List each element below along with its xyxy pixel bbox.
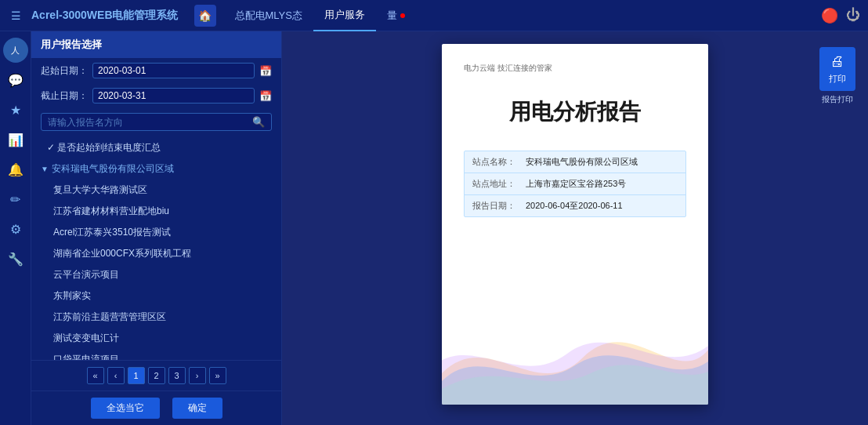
info-row-date-range: 报告日期： 2020-06-04至2020-06-11 bbox=[465, 195, 685, 216]
calendar-end-icon[interactable]: 📅 bbox=[259, 90, 272, 102]
wave-decoration bbox=[442, 311, 708, 405]
nav-logo-icon: ☰ bbox=[8, 8, 24, 24]
list-item-parent[interactable]: ▼ 安科瑞电气股份有限公司区域 bbox=[31, 158, 281, 180]
list-item[interactable]: 江苏省建材材料营业配地biu bbox=[31, 201, 281, 222]
print-button[interactable]: 🖨 打印 bbox=[819, 47, 855, 91]
app-title: Acrel-3000WEB电能管理系统 bbox=[31, 9, 179, 23]
report-info-table: 站点名称： 安科瑞电气股份有限公司区域 站点地址： 上海市嘉定区宝谷路253号 … bbox=[464, 151, 686, 217]
nav-item-user-service[interactable]: 用户服务 bbox=[313, 0, 376, 31]
date-range-label: 报告日期： bbox=[472, 200, 519, 212]
user-avatar[interactable]: 人 bbox=[3, 38, 28, 63]
main-area: 人 💬 ★ 📊 🔔 ✏ ⚙ 🔧 用户报告选择 起始日期： 📅 截止日期： 📅 🔍 bbox=[0, 31, 868, 425]
bell-sidebar-icon[interactable]: 🔔 bbox=[3, 157, 28, 182]
calendar-start-icon[interactable]: 📅 bbox=[259, 65, 272, 77]
print-label: 打印 bbox=[829, 73, 846, 85]
list-item[interactable]: 江苏前沿主题营营管理区区 bbox=[31, 307, 281, 328]
power-icon[interactable]: ⏻ bbox=[846, 7, 860, 24]
end-date-row: 截止日期： 📅 bbox=[31, 83, 281, 108]
start-date-label: 起始日期： bbox=[41, 64, 88, 78]
home-button[interactable]: 🏠 bbox=[194, 5, 216, 27]
address-value: 上海市嘉定区宝谷路253号 bbox=[526, 178, 626, 190]
list-item[interactable]: 复旦大学大华路测试区 bbox=[31, 180, 281, 201]
start-date-input[interactable] bbox=[92, 63, 255, 78]
list-item[interactable]: 云平台演示项目 bbox=[31, 264, 281, 285]
print-panel: 🖨 打印 报告打印 bbox=[819, 47, 855, 105]
search-icon[interactable]: 🔍 bbox=[252, 116, 265, 128]
page-prev-button[interactable]: ‹ bbox=[107, 367, 125, 384]
wrench-icon[interactable]: 🔧 bbox=[3, 246, 28, 271]
star-icon[interactable]: ★ bbox=[3, 97, 28, 122]
printer-icon: 🖨 bbox=[830, 53, 844, 70]
end-date-input[interactable] bbox=[92, 88, 255, 104]
info-row-address: 站点地址： 上海市嘉定区宝谷路253号 bbox=[465, 173, 685, 195]
search-box: 🔍 bbox=[41, 113, 272, 131]
print-sub-label: 报告打印 bbox=[822, 94, 853, 105]
list-item[interactable]: 口袋平电流项目 bbox=[31, 349, 281, 360]
list-item[interactable]: ✓ 是否起始到结束电度汇总 bbox=[31, 137, 281, 158]
page-last-button[interactable]: » bbox=[209, 367, 226, 384]
search-row: 🔍 bbox=[31, 108, 281, 136]
chart-bar-icon[interactable]: 📊 bbox=[3, 127, 28, 152]
page-first-button[interactable]: « bbox=[87, 367, 104, 384]
search-input[interactable] bbox=[48, 117, 249, 128]
sidebar-icons: 人 💬 ★ 📊 🔔 ✏ ⚙ 🔧 bbox=[0, 31, 31, 425]
report-top-text: 电力云端 技汇连接的管家 bbox=[464, 63, 686, 74]
nav-item-quantity[interactable]: 量 bbox=[376, 0, 416, 31]
right-content: 电力云端 技汇连接的管家 用电分析报告 站点名称： 安科瑞电气股份有限公司区域 … bbox=[282, 31, 868, 425]
list-item[interactable]: Acrel江苏泰兴3510报告测试 bbox=[31, 222, 281, 243]
site-name-label: 站点名称： bbox=[472, 156, 519, 168]
confirm-button[interactable]: 确定 bbox=[172, 398, 222, 419]
report-document: 电力云端 技汇连接的管家 用电分析报告 站点名称： 安科瑞电气股份有限公司区域 … bbox=[442, 44, 708, 405]
page-next-button[interactable]: › bbox=[189, 367, 206, 384]
bell-icon[interactable]: 🔴 bbox=[821, 7, 838, 24]
bottom-buttons: 全选当它 确定 bbox=[31, 390, 281, 425]
address-label: 站点地址： bbox=[472, 178, 519, 190]
page-1-button[interactable]: 1 bbox=[128, 367, 145, 384]
settings-icon[interactable]: ⚙ bbox=[3, 216, 28, 242]
nav-menu: 总配电MLYS态 用户服务 量 bbox=[224, 0, 814, 31]
site-name-value: 安科瑞电气股份有限公司区域 bbox=[526, 156, 638, 168]
nav-badge bbox=[400, 13, 405, 18]
nav-right-area: 🔴 ⏻ bbox=[821, 7, 860, 24]
chat-icon[interactable]: 💬 bbox=[3, 67, 28, 93]
page-3-button[interactable]: 3 bbox=[168, 367, 186, 384]
end-date-label: 截止日期： bbox=[41, 89, 88, 103]
pencil-icon[interactable]: ✏ bbox=[3, 187, 28, 212]
page-2-button[interactable]: 2 bbox=[148, 367, 165, 384]
start-date-row: 起始日期： 📅 bbox=[31, 58, 281, 83]
nav-item-dashboard[interactable]: 总配电MLYS态 bbox=[224, 0, 313, 31]
panel-header: 用户报告选择 bbox=[31, 31, 281, 58]
report-main-title: 用电分析报告 bbox=[464, 97, 686, 127]
list-item[interactable]: 测试变变电汇计 bbox=[31, 328, 281, 349]
select-all-button[interactable]: 全选当它 bbox=[91, 398, 160, 419]
report-list: ✓ 是否起始到结束电度汇总 ▼ 安科瑞电气股份有限公司区域 复旦大学大华路测试区… bbox=[31, 136, 281, 360]
list-item[interactable]: 东荆家实 bbox=[31, 285, 281, 307]
top-nav: ☰ Acrel-3000WEB电能管理系统 🏠 总配电MLYS态 用户服务 量 … bbox=[0, 0, 868, 31]
list-item[interactable]: 湖南省企业000CFX系列联机工程 bbox=[31, 243, 281, 264]
date-range-value: 2020-06-04至2020-06-11 bbox=[526, 200, 623, 212]
left-panel: 用户报告选择 起始日期： 📅 截止日期： 📅 🔍 ✓ 是否起始到结束电度汇总 ▼… bbox=[31, 31, 282, 425]
pagination: « ‹ 1 2 3 › » bbox=[31, 360, 281, 390]
info-row-site-name: 站点名称： 安科瑞电气股份有限公司区域 bbox=[465, 151, 685, 173]
